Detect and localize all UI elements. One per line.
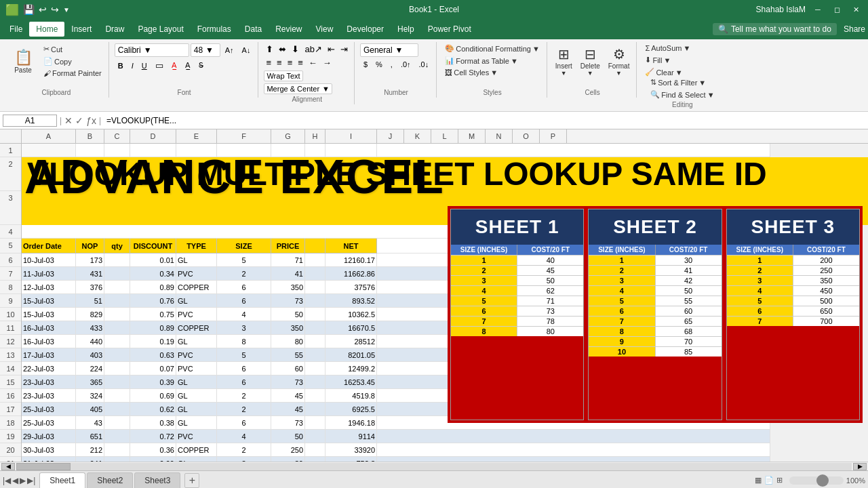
cell-d10[interactable]: 0.75 (130, 308, 176, 321)
cell-b19[interactable]: 651 (76, 430, 104, 443)
cell-d7[interactable]: 0.34 (130, 267, 176, 281)
cell-h21[interactable] (305, 457, 326, 462)
cell-d16[interactable]: 0.69 (130, 389, 176, 403)
col-header-qty[interactable]: qty (104, 239, 130, 253)
cell-h8[interactable] (305, 281, 326, 294)
cell-c20[interactable] (104, 443, 130, 457)
cell-e9[interactable]: GL (176, 294, 217, 308)
row-num-2[interactable]: 2 (0, 157, 21, 191)
cell-f7[interactable]: 2 (217, 267, 271, 281)
row-num-9[interactable]: 9 (0, 294, 21, 308)
cell-c15[interactable] (104, 375, 130, 389)
s3-r2-c2[interactable]: 250 (793, 266, 859, 275)
paste-button[interactable]: 📋 Paste (8, 43, 38, 79)
sheet-tab-sheet3[interactable]: Sheet3 (134, 472, 180, 488)
menu-help[interactable]: Help (391, 22, 421, 37)
s1-r3-c1[interactable]: 3 (451, 276, 517, 285)
scroll-left-button[interactable]: ◀ (1, 463, 15, 470)
cell-a18[interactable]: 25-Jul-03 (22, 416, 76, 430)
cell-e7[interactable]: PVC (176, 267, 217, 281)
cell-i12[interactable]: 28512 (326, 335, 377, 348)
col-header-g[interactable]: G (271, 129, 305, 143)
menu-home[interactable]: Home (29, 22, 64, 37)
fill-button[interactable]: ⬇ Fill ▼ (642, 55, 722, 65)
cell-b8[interactable]: 376 (76, 281, 104, 294)
row-num-13[interactable]: 13 (0, 348, 21, 362)
s3-r3-c1[interactable]: 3 (727, 276, 793, 285)
cell-h14[interactable] (305, 362, 326, 375)
align-top-button[interactable]: ⬆ (264, 43, 275, 55)
row-num-15[interactable]: 15 (0, 375, 21, 389)
delete-button[interactable]: ⊟ Delete ▼ (578, 43, 603, 79)
cell-g20[interactable]: 250 (271, 443, 305, 457)
cell-h13[interactable] (305, 348, 326, 362)
cell-f17[interactable]: 2 (217, 403, 271, 416)
cell-g6[interactable]: 71 (271, 253, 305, 267)
cell-b7[interactable]: 431 (76, 267, 104, 281)
cell-e19[interactable]: PVC (176, 430, 217, 443)
s2-r5-c2[interactable]: 55 (656, 296, 722, 306)
cell-c10[interactable] (104, 308, 130, 321)
cell-c6[interactable] (104, 253, 130, 267)
cell-i14[interactable]: 12499.2 (326, 362, 377, 375)
row-num-21[interactable]: 21 (0, 457, 21, 462)
s2-r2-c2[interactable]: 41 (656, 266, 722, 275)
col-header-l[interactable]: L (431, 129, 458, 143)
cell-a19[interactable]: 29-Jul-03 (22, 430, 76, 443)
cell-h20[interactable] (305, 443, 326, 457)
row-num-3[interactable]: 3 (0, 191, 21, 225)
col-header-f[interactable]: F (217, 129, 271, 143)
cell-d6[interactable]: 0.01 (130, 253, 176, 267)
s2-r6-c2[interactable]: 60 (656, 306, 722, 316)
s1-r6-c2[interactable]: 73 (517, 306, 583, 316)
col-header-e[interactable]: E (176, 129, 217, 143)
indent-inc2-button[interactable]: → (321, 57, 334, 68)
decimal-increase-button[interactable]: .0↑ (397, 59, 414, 70)
s1-r5-c2[interactable]: 71 (517, 296, 583, 306)
s2-r6-c1[interactable]: 6 (589, 306, 655, 316)
col-header-n[interactable]: N (486, 129, 513, 143)
cell-h11[interactable] (305, 321, 326, 335)
cell-f6[interactable]: 5 (217, 253, 271, 267)
row-num-6[interactable]: 6 (0, 253, 21, 267)
row-num-20[interactable]: 20 (0, 443, 21, 457)
cell-d15[interactable]: 0.39 (130, 375, 176, 389)
s3-r5-c1[interactable]: 5 (727, 296, 793, 306)
insert-function-icon[interactable]: ƒx (86, 115, 96, 126)
cell-a10[interactable]: 15-Jul-03 (22, 308, 76, 321)
cell-e12[interactable]: GL (176, 335, 217, 348)
cell-b13[interactable]: 403 (76, 348, 104, 362)
s2-r5-c1[interactable]: 5 (589, 296, 655, 306)
menu-review[interactable]: Review (269, 22, 309, 37)
align-right-button[interactable]: ≡ (285, 57, 295, 68)
cell-g16[interactable]: 45 (271, 389, 305, 403)
cell-styles-button[interactable]: 🖼 Cell Styles ▼ (442, 68, 542, 77)
cell-g21[interactable]: 80 (271, 457, 305, 462)
menu-developer[interactable]: Developer (340, 22, 391, 37)
s1-r5-c1[interactable]: 5 (451, 296, 517, 306)
s2-r7-c2[interactable]: 65 (656, 317, 722, 326)
cell-g11[interactable]: 350 (271, 321, 305, 335)
font-color-button[interactable]: A̲ (182, 60, 194, 71)
align-justify-button[interactable]: ≡ (296, 57, 305, 68)
cell-i6[interactable]: 12160.17 (326, 253, 377, 267)
cell-d21[interactable]: 0.99 (130, 457, 176, 462)
s1-r3-c2[interactable]: 50 (517, 276, 583, 285)
cell-e16[interactable]: GL (176, 389, 217, 403)
s1-r4-c2[interactable]: 62 (517, 286, 583, 296)
menu-insert[interactable]: Insert (64, 22, 98, 37)
horizontal-scrollbar[interactable]: ◀ ▶ (0, 462, 868, 470)
orientation-button[interactable]: ab↗ (302, 43, 323, 55)
cell-f12[interactable]: 8 (217, 335, 271, 348)
cell-a17[interactable]: 25-Jul-03 (22, 403, 76, 416)
font-size-decrease-button[interactable]: A↓ (239, 45, 254, 56)
cell-c8[interactable] (104, 281, 130, 294)
cell-f19[interactable]: 4 (217, 430, 271, 443)
cell-d13[interactable]: 0.63 (130, 348, 176, 362)
s3-r3-c2[interactable]: 350 (793, 276, 859, 285)
cell-i7[interactable]: 11662.86 (326, 267, 377, 281)
cell-rest19[interactable] (377, 430, 770, 443)
add-sheet-button[interactable]: + (184, 473, 199, 488)
s2-r3-c1[interactable]: 3 (589, 276, 655, 285)
cell-h10[interactable] (305, 308, 326, 321)
